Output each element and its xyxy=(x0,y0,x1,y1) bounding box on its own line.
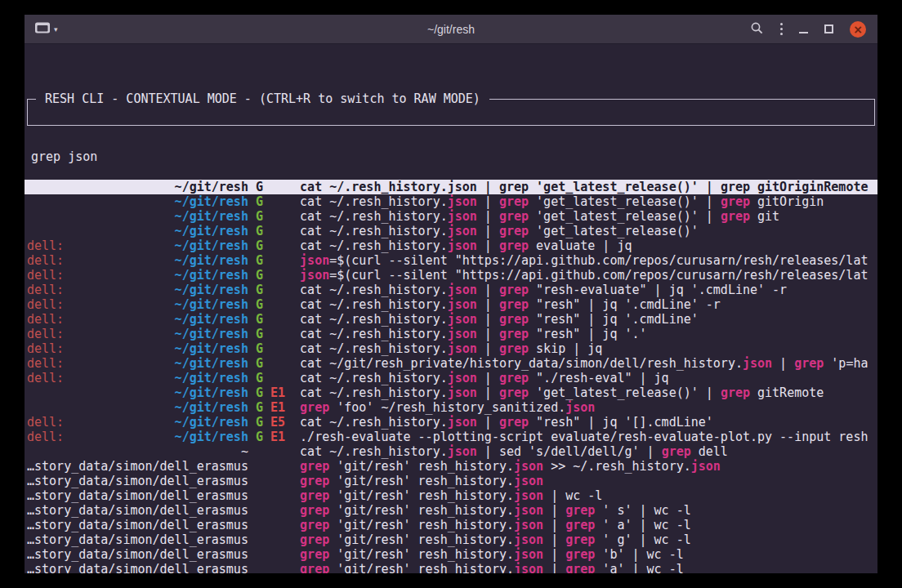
history-row[interactable]: dell:~/git/reshGcat ~/.resh_history.json… xyxy=(25,327,877,341)
history-row[interactable]: ~/git/reshG E1cat ~/.resh_history.json |… xyxy=(25,385,877,400)
host-path-cell: ~/git/resh xyxy=(27,400,248,415)
search-button[interactable] xyxy=(750,21,764,38)
history-row[interactable]: …story_data/simon/dell_erasmusgrep 'git/… xyxy=(25,488,877,503)
flags-cell: G xyxy=(256,253,292,268)
flags-cell: G xyxy=(256,356,292,371)
host-path-cell: dell:~/git/resh xyxy=(27,283,248,297)
dropdown-caret-icon: ▾ xyxy=(54,25,58,33)
exit-status-flag: E1 xyxy=(263,400,285,415)
command-text: cat ~/.resh_history.json | grep "resh" |… xyxy=(300,297,875,312)
pwd-label: ~/git/resh xyxy=(175,400,248,415)
command-text: grep 'git/resh' resh_history.json >> ~/.… xyxy=(300,459,875,474)
history-row[interactable]: dell:~/git/reshGcat ~/git/resh_private/h… xyxy=(25,356,877,371)
flags-cell: G E1 xyxy=(256,385,292,400)
host-path-cell: dell:~/git/resh xyxy=(27,253,248,268)
history-row[interactable]: …story_data/simon/dell_erasmusgrep 'git/… xyxy=(25,532,877,547)
command-text: cat ~/.resh_history.json | grep 'get_lat… xyxy=(300,209,875,224)
history-row[interactable]: ~/git/reshGcat ~/.resh_history.json | gr… xyxy=(25,194,877,209)
host-path-cell: dell:~/git/resh xyxy=(27,371,248,385)
command-text: cat ~/.resh_history.json | grep "resh" |… xyxy=(300,312,875,327)
history-row[interactable]: dell:~/git/reshGcat ~/.resh_history.json… xyxy=(25,238,877,253)
host-path-cell: dell:~/git/resh xyxy=(27,341,248,356)
history-row[interactable]: dell:~/git/reshGcat ~/.resh_history.json… xyxy=(25,341,877,356)
history-row[interactable]: …story_data/simon/dell_erasmusgrep 'git/… xyxy=(25,518,877,532)
pwd-label: ~/git/resh xyxy=(175,430,248,444)
git-flag: G xyxy=(256,194,263,209)
host-label: dell: xyxy=(27,415,64,430)
close-button[interactable]: × xyxy=(850,21,866,38)
host-path-cell: dell:~/git/resh xyxy=(27,312,248,327)
new-terminal-icon xyxy=(34,21,51,37)
minimize-button[interactable] xyxy=(799,24,808,33)
host-path-cell: dell:~/git/resh xyxy=(27,268,248,283)
pwd-label: ~/git/resh xyxy=(175,194,248,209)
flags-cell: G xyxy=(256,371,292,385)
menu-button[interactable] xyxy=(780,23,783,35)
resh-mode-title: RESH CLI - CONTEXTUAL MODE - (CTRL+R to … xyxy=(36,91,489,106)
flags-cell: G xyxy=(256,312,292,327)
flags-cell xyxy=(256,488,292,503)
command-text: json=$(curl --silent "https://api.github… xyxy=(300,253,875,268)
search-query-input[interactable]: grep json xyxy=(28,144,874,164)
history-row[interactable]: ~/git/reshGcat ~/.resh_history.json | gr… xyxy=(25,224,877,238)
command-text: cat ~/git/resh_private/history_data/simo… xyxy=(300,356,875,371)
flags-cell xyxy=(256,532,292,547)
history-row[interactable]: ~/git/reshGcat ~/.resh_history.json | gr… xyxy=(25,209,877,224)
history-row[interactable]: dell:~/git/reshG E1./resh-evaluate --plo… xyxy=(25,430,877,444)
command-text: json=$(curl --silent "https://api.github… xyxy=(300,268,875,283)
pwd-label: ~/git/resh xyxy=(175,385,248,400)
host-path-cell: ~/git/resh xyxy=(27,209,248,224)
history-row[interactable]: dell:~/git/reshGcat ~/.resh_history.json… xyxy=(25,283,877,297)
git-flag: G xyxy=(256,371,263,385)
terminal-content: RESH CLI - CONTEXTUAL MODE - (CTRL+R to … xyxy=(25,44,877,573)
flags-cell: G xyxy=(256,341,292,356)
host-label: dell: xyxy=(27,253,64,268)
host-path-cell: ~/git/resh xyxy=(27,194,248,209)
command-text: grep 'foo' ~/resh_history_sanitized.json xyxy=(300,400,875,415)
new-terminal-button[interactable]: ▾ xyxy=(34,21,58,37)
flags-cell xyxy=(256,444,292,459)
flags-cell: G xyxy=(256,297,292,312)
flags-cell xyxy=(256,518,292,532)
pwd-label: ~/git/resh xyxy=(175,415,248,430)
pwd-label: ~/git/resh xyxy=(175,209,248,224)
host-label: dell: xyxy=(27,371,64,385)
history-row[interactable]: ~cat ~/.resh_history.json | sed 's/dell/… xyxy=(25,444,877,459)
history-row[interactable]: dell:~/git/reshGcat ~/.resh_history.json… xyxy=(25,371,877,385)
pwd-label: …story_data/simon/dell_erasmus xyxy=(27,503,248,518)
command-text: cat ~/.resh_history.json | grep "./resh-… xyxy=(300,371,875,385)
history-row[interactable]: dell:~/git/reshGjson=$(curl --silent "ht… xyxy=(25,253,877,268)
host-path-cell: …story_data/simon/dell_erasmus xyxy=(27,562,248,573)
restore-button[interactable] xyxy=(824,24,833,33)
flags-cell: G E5 xyxy=(256,415,292,430)
history-row[interactable]: dell:~/git/reshGcat ~/.resh_history.json… xyxy=(25,297,877,312)
host-label: dell: xyxy=(27,327,64,341)
host-path-cell: …story_data/simon/dell_erasmus xyxy=(27,488,248,503)
pwd-label: …story_data/simon/dell_erasmus xyxy=(27,562,248,573)
host-path-cell: dell:~/git/resh xyxy=(27,297,248,312)
pwd-label: ~/git/resh xyxy=(175,341,248,356)
pwd-label: …story_data/simon/dell_erasmus xyxy=(27,532,248,547)
history-row[interactable]: …story_data/simon/dell_erasmusgrep 'git/… xyxy=(25,459,877,474)
history-row[interactable]: …story_data/simon/dell_erasmusgrep 'git/… xyxy=(25,503,877,518)
exit-status-flag: E1 xyxy=(263,385,285,400)
history-row[interactable]: ~/git/reshG E1grep 'foo' ~/resh_history_… xyxy=(25,400,877,415)
history-row[interactable]: dell:~/git/reshG E5cat ~/.resh_history.j… xyxy=(25,415,877,430)
git-flag: G xyxy=(256,400,263,415)
history-row[interactable]: …story_data/simon/dell_erasmusgrep 'git/… xyxy=(25,562,877,573)
host-path-cell: dell:~/git/resh xyxy=(27,327,248,341)
history-row[interactable]: …story_data/simon/dell_erasmusgrep 'git/… xyxy=(25,474,877,488)
pwd-label: …story_data/simon/dell_erasmus xyxy=(27,474,248,488)
terminal-window: ▾ ~/git/resh xyxy=(25,15,877,573)
command-text: cat ~/.resh_history.json | grep skip | j… xyxy=(300,341,875,356)
pwd-label: ~/git/resh xyxy=(175,312,248,327)
titlebar[interactable]: ▾ ~/git/resh xyxy=(25,15,877,44)
exit-status-flag: E5 xyxy=(263,415,285,430)
flags-cell: G xyxy=(256,238,292,253)
host-label: dell: xyxy=(27,283,64,297)
history-row[interactable]: dell:~/git/reshGjson=$(curl --silent "ht… xyxy=(25,268,877,283)
command-text: grep 'git/resh' resh_history.json | grep… xyxy=(300,562,875,573)
history-row[interactable]: dell:~/git/reshGcat ~/.resh_history.json… xyxy=(25,312,877,327)
history-row[interactable]: …story_data/simon/dell_erasmusgrep 'git/… xyxy=(25,547,877,562)
host-path-cell: dell:~/git/resh xyxy=(27,356,248,371)
